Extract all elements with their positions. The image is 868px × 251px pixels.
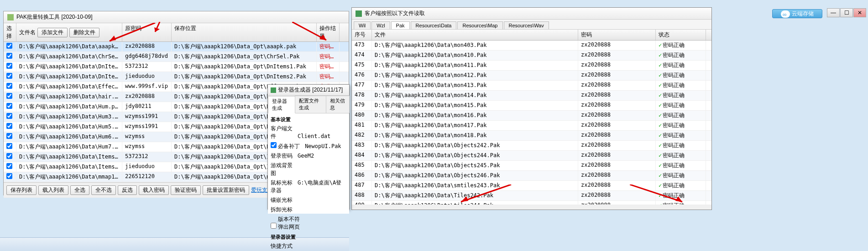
col-number: 序号 <box>352 30 372 40</box>
table-row[interactable]: 486 D:\客户端\aaapk1206\Data\Objects246.Pak… <box>352 171 711 181</box>
cell-file: D:\客户端\aaapk1206\Data\mon417.Pak <box>372 121 578 130</box>
cell-status: 密码正确 <box>656 171 706 180</box>
cell-password: wzymss <box>122 142 172 152</box>
cell-pwd: zx2020888 <box>578 41 656 50</box>
field-label: 版本不符弹出网页 <box>278 215 303 231</box>
cell-filename: D:\客户端\aaapk1206\Data\Hum6.Pak <box>16 132 122 142</box>
table-row[interactable]: 483 D:\客户端\aaapk1206\Data\Objects242.Pak… <box>352 141 711 151</box>
arrow-annotation <box>456 184 516 205</box>
tab-Resources\Data[interactable]: Resources\Data <box>411 21 457 29</box>
file-table-body[interactable]: 473 D:\客户端\aaapk1206\Data\mon403.Pak zx2… <box>352 41 711 205</box>
arrow-annotation <box>151 22 169 36</box>
cell-status: 密码正确 <box>656 161 706 170</box>
table-row[interactable]: D:\客户端\aaapk1206\Data\DnItems2.Pak jiedu… <box>4 72 349 82</box>
form-row: 客户端文件 Client.dat <box>271 125 346 140</box>
footer-button-验证密码[interactable]: 验证密码 <box>171 185 201 195</box>
footer-button-反选[interactable]: 反选 <box>118 185 137 195</box>
table-row[interactable]: 485 D:\客户端\aaapk1206\Data\Objects245.Pak… <box>352 161 711 171</box>
field-checkbox[interactable] <box>271 223 277 229</box>
cell-status: 密码正确 <box>656 41 706 50</box>
footer-button-保存列表[interactable]: 保存列表 <box>6 185 37 195</box>
table-row[interactable]: 477 D:\客户端\aaapk1206\Data\mon413.Pak zx2… <box>352 81 711 91</box>
row-checkbox[interactable] <box>6 103 12 109</box>
cell-file: D:\客户端\aaapk1206\Data\mon411.Pak <box>372 61 578 70</box>
form-row: 版本不符弹出网页 <box>271 215 346 231</box>
cloud-icon <box>781 10 790 18</box>
footer-button-全选[interactable]: 全选 <box>70 185 89 195</box>
tab-1[interactable]: 配置文件生成 <box>295 96 326 113</box>
tab-Resources\Map[interactable]: Resources\Map <box>457 21 502 29</box>
cell-status: 密码正确 <box>656 51 706 60</box>
table-row[interactable]: 484 D:\客户端\aaapk1206\Data\Objects244.Pak… <box>352 151 711 161</box>
window-titlebar[interactable]: 登录器生成器 [2021/11/17] <box>268 85 349 96</box>
cell-password: jieduoduo <box>122 162 172 172</box>
row-checkbox[interactable] <box>6 113 12 119</box>
cell-num: 474 <box>352 51 372 60</box>
row-checkbox[interactable] <box>6 73 12 79</box>
cell-status: 密码正确 <box>656 101 706 110</box>
footer-button-批量设置新密码[interactable]: 批量设置新密码 <box>203 185 249 195</box>
cell-pwd: zx2020888 <box>578 141 656 150</box>
row-checkbox[interactable] <box>6 163 12 169</box>
row-checkbox[interactable] <box>6 83 12 89</box>
close-button[interactable]: ✕ <box>853 8 866 17</box>
cell-filename: D:\客户端\aaapk1206\Data\Hum.pak <box>16 102 122 112</box>
arrow-annotation <box>630 184 689 205</box>
window-title: 客户端按照以下文件读取 <box>365 10 425 17</box>
row-checkbox[interactable] <box>6 143 12 149</box>
table-row[interactable]: D:\客户端\aaapk1206\Data\ChrSel.pak gdg6468… <box>4 52 349 62</box>
row-checkbox[interactable] <box>6 133 12 139</box>
row-checkbox[interactable] <box>6 153 12 159</box>
table-row[interactable]: D:\客户端\aaapk1206\Data\DnItems1.Pak 53723… <box>4 62 349 72</box>
table-row[interactable]: 475 D:\客户端\aaapk1206\Data\mon411.Pak zx2… <box>352 61 711 71</box>
delete-file-button[interactable]: 删除文件 <box>69 28 99 37</box>
window-titlebar[interactable]: 客户端按照以下文件读取 <box>352 8 711 20</box>
tab-2[interactable]: 相关信息 <box>326 96 350 113</box>
table-row[interactable]: 473 D:\客户端\aaapk1206\Data\mon403.Pak zx2… <box>352 41 711 51</box>
form-row: 拆卸光标 <box>271 206 346 214</box>
footer-button-载入密码[interactable]: 载入密码 <box>139 185 169 195</box>
form-row: 快捷方式名 《神灵外传》1.15 <box>271 242 346 251</box>
add-file-button[interactable]: 添加文件 <box>37 28 68 37</box>
table-row[interactable]: 481 D:\客户端\aaapk1206\Data\mon417.Pak zx2… <box>352 121 711 131</box>
field-checkbox[interactable] <box>271 142 277 148</box>
footer-button-全不选[interactable]: 全不选 <box>91 185 116 195</box>
cell-num: 483 <box>352 141 372 150</box>
cell-status: 密码正确 <box>656 91 706 100</box>
row-checkbox[interactable] <box>6 63 12 69</box>
cell-filename: D:\客户端\aaapk1206\Data\ChrSel.pak <box>16 52 122 61</box>
cell-num: 478 <box>352 91 372 100</box>
tab-Pak[interactable]: Pak <box>391 21 410 29</box>
table-row[interactable]: 480 D:\客户端\aaapk1206\Data\mon416.Pak zx2… <box>352 111 711 121</box>
cell-status: 密码正确 <box>656 81 706 90</box>
cell-num: 475 <box>352 61 372 70</box>
table-row[interactable]: 482 D:\客户端\aaapk1206\Data\mon418.Pak zx2… <box>352 131 711 141</box>
tab-Wzl[interactable]: Wzl <box>371 21 390 29</box>
cell-pwd: zx2020888 <box>578 151 656 160</box>
form-body: 基本设置 客户端文件 Client.dat 必备补丁 NewopUI.Pak登录… <box>268 113 349 214</box>
minimize-button[interactable]: — <box>827 8 840 17</box>
table-row[interactable]: 479 D:\客户端\aaapk1206\Data\mon415.Pak zx2… <box>352 101 711 111</box>
col-status: 状态 <box>656 30 706 40</box>
cell-pwd: zx2020888 <box>578 51 656 60</box>
row-checkbox[interactable] <box>6 123 12 129</box>
col-password: 密码 <box>578 30 656 40</box>
table-row[interactable]: 478 D:\客户端\aaapk1206\Data\mon414.Pak zx2… <box>352 91 711 101</box>
tab-0[interactable]: 登录器生成 <box>268 96 295 113</box>
row-checkbox[interactable] <box>6 43 12 49</box>
footer-button-载入列表[interactable]: 载入列表 <box>38 185 68 195</box>
table-row[interactable]: 474 D:\客户端\aaapk1206\Data\mon410.Pak zx2… <box>352 51 711 61</box>
tab-Wil[interactable]: Wil <box>354 21 371 29</box>
row-checkbox[interactable] <box>6 53 12 59</box>
svg-line-6 <box>461 184 511 202</box>
cell-filename: D:\客户端\aaapk1206\Data\Effect.pak <box>16 82 122 92</box>
row-checkbox[interactable] <box>6 173 12 179</box>
table-row[interactable]: 476 D:\客户端\aaapk1206\Data\mon412.Pak zx2… <box>352 71 711 81</box>
row-checkbox[interactable] <box>6 93 12 99</box>
cloud-storage-button[interactable]: 云端存储 <box>772 9 822 18</box>
cell-filename: D:\客户端\aaapk1206\Data\Items2.Pak <box>16 162 122 172</box>
maximize-button[interactable]: ☐ <box>840 8 853 17</box>
cell-pwd: zx2020888 <box>578 91 656 100</box>
cell-num: 484 <box>352 151 372 160</box>
tab-Resources\Wav[interactable]: Resources\Wav <box>504 21 549 29</box>
